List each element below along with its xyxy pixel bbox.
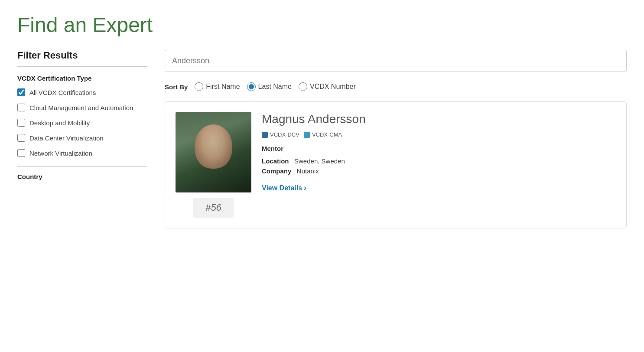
checkbox-data-center-label: Data Center Virtualization — [29, 134, 104, 143]
filter-results-title: Filter Results — [17, 50, 147, 61]
checkbox-all-vcdx-label: All VCDX Certifications — [29, 88, 96, 97]
search-input[interactable] — [165, 50, 627, 72]
sort-vcdx-number-label: VCDX Number — [310, 83, 356, 91]
checkbox-cloud-mgmt-input[interactable] — [17, 104, 25, 111]
checkbox-network-input[interactable] — [17, 149, 25, 157]
country-section: Country — [17, 166, 147, 180]
expert-photo-face — [176, 112, 251, 192]
country-section-label: Country — [17, 173, 147, 180]
sidebar-divider-top — [17, 66, 147, 67]
sort-first-name-radio[interactable] — [195, 82, 203, 91]
cert-section-label: VCDX Certification Type — [17, 75, 147, 82]
mentor-label: Mentor — [262, 145, 616, 152]
view-details-chevron-icon: › — [304, 183, 306, 192]
company-row: Company Nutanix — [262, 167, 616, 175]
sort-vcdx-number[interactable]: VCDX Number — [299, 82, 356, 91]
sort-last-name-label: Last Name — [258, 83, 292, 91]
page-title: Find an Expert — [17, 13, 627, 37]
checkbox-desktop[interactable]: Desktop and Mobility — [17, 118, 147, 127]
view-details-link[interactable]: View Details › — [262, 183, 306, 192]
checkbox-network-label: Network Virtualization — [29, 149, 92, 158]
checkbox-desktop-input[interactable] — [17, 119, 25, 127]
card-left: #56 — [176, 112, 251, 218]
sort-last-name-radio[interactable] — [247, 82, 256, 91]
sort-first-name[interactable]: First Name — [195, 82, 240, 91]
company-value: Nutanix — [297, 167, 319, 175]
cert-color-cma — [304, 132, 310, 138]
cert-badges: VCDX-DCV VCDX-CMA — [262, 131, 616, 138]
card-info: Magnus Andersson VCDX-DCV VCDX-CMA Mento… — [262, 112, 616, 192]
checkbox-cloud-mgmt-label: Cloud Management and Automation — [29, 103, 133, 112]
vcdx-number-badge: #56 — [193, 198, 234, 218]
expert-name: Magnus Andersson — [262, 112, 616, 126]
cert-label-cma: VCDX-CMA — [312, 131, 342, 138]
sidebar-divider-country — [17, 166, 147, 167]
checkbox-all-vcdx-input[interactable] — [17, 88, 25, 96]
checkbox-data-center[interactable]: Data Center Virtualization — [17, 134, 147, 143]
main-content: Sort By First Name Last Name VCDX Number — [165, 50, 627, 228]
sidebar: Filter Results VCDX Certification Type A… — [17, 50, 147, 186]
location-value: Sweden, Sweden — [294, 157, 345, 165]
sort-row: Sort By First Name Last Name VCDX Number — [165, 82, 627, 91]
cert-color-dcv — [262, 132, 268, 138]
checkbox-cloud-mgmt[interactable]: Cloud Management and Automation — [17, 103, 147, 112]
company-key: Company — [262, 167, 291, 175]
sort-first-name-label: First Name — [206, 83, 240, 91]
cert-badge-dcv: VCDX-DCV — [262, 131, 299, 138]
expert-photo — [176, 112, 251, 192]
expert-card: #56 Magnus Andersson VCDX-DCV VCDX-CMA M… — [165, 101, 627, 228]
sort-vcdx-number-radio[interactable] — [299, 82, 307, 91]
cert-label-dcv: VCDX-DCV — [270, 131, 299, 138]
sort-last-name[interactable]: Last Name — [247, 82, 292, 91]
view-details-text: View Details — [262, 184, 302, 192]
checkbox-network[interactable]: Network Virtualization — [17, 149, 147, 158]
sort-by-label: Sort By — [165, 83, 188, 91]
checkbox-desktop-label: Desktop and Mobility — [29, 118, 90, 127]
checkbox-all-vcdx[interactable]: All VCDX Certifications — [17, 88, 147, 97]
location-key: Location — [262, 157, 289, 165]
location-row: Location Sweden, Sweden — [262, 157, 616, 165]
checkbox-data-center-input[interactable] — [17, 134, 25, 142]
cert-badge-cma: VCDX-CMA — [304, 131, 342, 138]
